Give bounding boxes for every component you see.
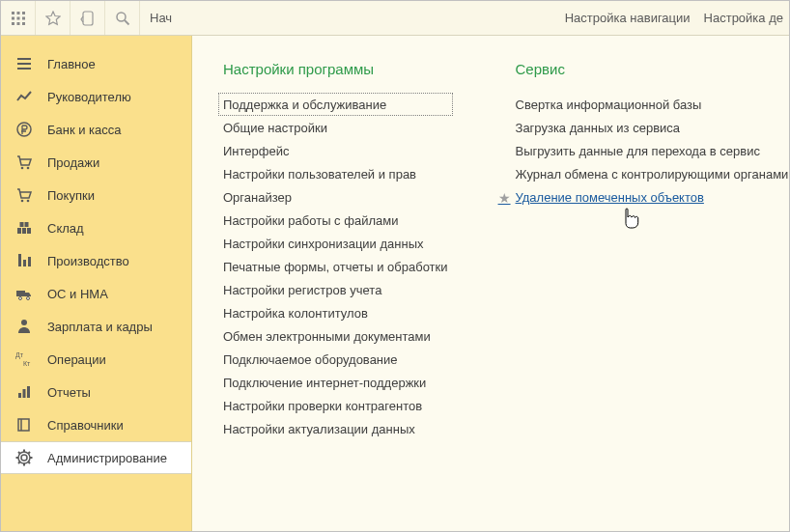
link-counterparty-check[interactable]: Настройки проверки контрагентов — [223, 394, 448, 417]
link-users-rights[interactable]: Настройки пользователей и прав — [223, 162, 448, 185]
svg-point-9 — [117, 13, 126, 21]
topbar-title-text: Нач — [150, 11, 172, 25]
svg-rect-22 — [20, 222, 24, 227]
svg-rect-24 — [18, 254, 21, 266]
link-internet-support[interactable]: Подключение интернет-поддержки — [223, 371, 448, 394]
svg-line-45 — [29, 452, 31, 454]
topbar-right-links: Настройка навигации Настройка де — [565, 1, 789, 35]
link-headers-footers[interactable]: Настройка колонтитулов — [223, 301, 448, 324]
topbar: Нач Настройка навигации Настройка де — [1, 1, 789, 36]
svg-rect-12 — [17, 63, 31, 65]
link-nav-settings[interactable]: Настройка навигации — [565, 11, 691, 25]
svg-rect-35 — [27, 386, 30, 398]
person-icon — [14, 317, 34, 336]
svg-point-30 — [21, 320, 27, 325]
link-print-forms[interactable]: Печатные формы, отчеты и обработки — [223, 255, 448, 278]
search-icon[interactable] — [105, 1, 140, 35]
sidebar-item-label: Покупки — [47, 188, 95, 203]
gear-icon — [14, 448, 34, 467]
column-program-settings: Настройки программы Поддержка и обслужив… — [223, 61, 448, 531]
svg-rect-11 — [17, 58, 31, 60]
svg-point-15 — [21, 167, 24, 170]
link-delete-marked[interactable]: ★ Удаление помеченных объектов — [498, 185, 789, 210]
svg-rect-4 — [16, 16, 19, 19]
svg-rect-6 — [12, 22, 14, 25]
sidebar-item-manager[interactable]: Руководителю — [1, 80, 191, 113]
link-peripherals[interactable]: Подключаемое оборудование — [223, 348, 448, 371]
sidebar-item-salary[interactable]: Зарплата и кадры — [1, 310, 191, 343]
link-registers[interactable]: Настройки регистров учета — [223, 278, 448, 301]
sidebar-item-warehouse[interactable]: Склад — [1, 211, 191, 244]
factory-icon — [14, 251, 34, 270]
truck-icon — [14, 284, 34, 303]
sidebar-item-label: Производство — [47, 254, 129, 268]
topbar-left-icons — [1, 1, 140, 35]
svg-point-29 — [27, 297, 30, 300]
menu-icon — [14, 54, 34, 73]
body: Главное Руководителю Банк и касса Продаж… — [1, 36, 789, 531]
content-area: Настройки программы Поддержка и обслужив… — [192, 36, 789, 531]
svg-text:Дт: Дт — [15, 351, 24, 359]
sidebar-item-label: Операции — [47, 352, 106, 367]
topbar-title: Нач — [140, 1, 565, 35]
column-title: Настройки программы — [223, 61, 448, 77]
sidebar: Главное Руководителю Банк и касса Продаж… — [1, 36, 192, 531]
chart-line-icon — [14, 87, 34, 106]
svg-point-18 — [27, 200, 30, 203]
sidebar-item-administration[interactable]: Администрирование — [1, 441, 191, 474]
link-data-actualization[interactable]: Настройки актуализации данных — [223, 417, 448, 440]
svg-rect-5 — [22, 16, 25, 19]
app-window: Нач Настройка навигации Настройка де Гла… — [0, 0, 790, 532]
svg-point-16 — [27, 167, 30, 170]
svg-line-42 — [18, 452, 20, 454]
sidebar-item-reports[interactable]: Отчеты — [1, 376, 191, 408]
history-icon[interactable] — [71, 1, 105, 35]
link-interface[interactable]: Интерфейс — [223, 139, 448, 162]
sidebar-item-label: Зарплата и кадры — [47, 320, 153, 334]
link-general[interactable]: Общие настройки — [223, 116, 448, 139]
favorite-star-icon[interactable]: ★ — [498, 190, 510, 206]
sidebar-item-operations[interactable]: ДтКт Операции — [1, 343, 191, 376]
link-support[interactable]: Поддержка и обслуживание — [218, 93, 453, 116]
svg-rect-20 — [22, 228, 26, 234]
svg-rect-33 — [18, 393, 21, 398]
sidebar-item-catalogs[interactable]: Справочники — [1, 408, 191, 441]
column-title: Сервис — [516, 61, 789, 77]
link-load-from-service[interactable]: Загрузка данных из сервиса — [516, 116, 789, 139]
svg-line-43 — [29, 462, 31, 464]
link-export-for-service[interactable]: Выгрузить данные для перехода в сервис — [516, 139, 789, 162]
column-service: Сервис Свертка информационной базы Загру… — [516, 61, 789, 531]
link-edoc-exchange[interactable]: Обмен электронными документами — [223, 324, 448, 348]
svg-rect-34 — [23, 389, 26, 398]
link-action-settings[interactable]: Настройка де — [704, 11, 783, 25]
sidebar-item-purchases[interactable]: Покупки — [1, 179, 191, 211]
svg-line-44 — [18, 462, 20, 464]
sidebar-item-label: Отчеты — [47, 385, 91, 400]
ruble-circle-icon — [14, 120, 34, 139]
link-organizer[interactable]: Органайзер — [223, 185, 448, 209]
svg-point-17 — [21, 200, 24, 203]
svg-rect-21 — [27, 228, 31, 234]
apps-grid-icon[interactable] — [1, 1, 36, 35]
star-icon[interactable] — [36, 1, 71, 35]
svg-rect-25 — [23, 260, 26, 266]
sidebar-item-main[interactable]: Главное — [1, 47, 191, 80]
svg-rect-7 — [16, 22, 19, 25]
link-sync[interactable]: Настройки синхронизации данных — [223, 232, 448, 255]
operations-icon: ДтКт — [14, 350, 34, 369]
sidebar-item-production[interactable]: Производство — [1, 244, 191, 277]
link-files[interactable]: Настройки работы с файлами — [223, 209, 448, 232]
svg-line-10 — [125, 20, 129, 25]
link-convolution[interactable]: Свертка информационной базы — [516, 93, 789, 116]
sidebar-item-label: Банк и касса — [47, 123, 122, 137]
sidebar-item-fixed-assets[interactable]: ОС и НМА — [1, 277, 191, 310]
sidebar-item-bank[interactable]: Банк и касса — [1, 113, 191, 146]
svg-rect-23 — [25, 222, 29, 227]
sidebar-item-label: Руководителю — [47, 90, 131, 104]
svg-rect-36 — [18, 419, 29, 431]
link-regulatory-exchange-log[interactable]: Журнал обмена с контролирующими органами — [516, 162, 789, 185]
svg-rect-8 — [22, 22, 25, 25]
sidebar-item-label: Склад — [47, 221, 84, 236]
sidebar-item-sales[interactable]: Продажи — [1, 146, 191, 179]
svg-text:Кт: Кт — [23, 360, 31, 367]
